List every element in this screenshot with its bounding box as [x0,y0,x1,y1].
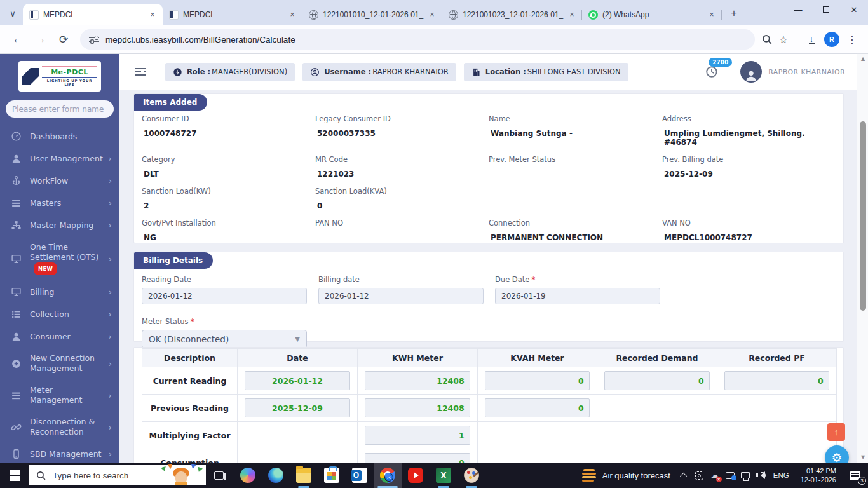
due-date-input[interactable]: 2026-01-19 [495,288,660,304]
chrome-profile-badge: R [384,473,393,482]
onedrive-error-icon[interactable]: ☁✕ [707,463,722,488]
toolbar-actions: ☆ ↓ R ⋮ [760,30,862,49]
back-button[interactable]: ← [8,30,27,49]
listol-icon [11,309,22,320]
kwh-input[interactable]: 0 [365,453,470,463]
copilot-taskbar-button[interactable] [234,463,262,488]
taskbar-clock[interactable]: 01:42 PM 12-01-2026 [794,466,843,484]
user-avatar[interactable] [740,61,762,83]
meter-status-select[interactable]: OK (Disconnected) ▼ [142,330,307,348]
app-logo[interactable]: Me-PDCL LIGHTING UP YOUR LIFE [18,61,101,92]
date-input[interactable]: 2026-01-12 [245,371,349,390]
reload-button[interactable]: ⟳ [54,30,73,49]
pf-cell: 0 [717,367,837,395]
scrollbar-down-arrow[interactable]: ▼ [857,452,868,463]
network-icon[interactable] [738,463,753,488]
tab-close-icon[interactable]: × [567,10,577,20]
excel-taskbar-button[interactable] [430,463,458,488]
sidebar-item-masters[interactable]: Masters › [0,192,119,214]
outlook-icon [352,468,367,483]
bookmark-star-icon[interactable]: ☆ [774,30,793,49]
screen-clip-icon[interactable] [692,463,707,488]
sidebar-item-disconnection-reconnection[interactable]: Disconnection & Reconnection › [0,411,119,443]
browser-tab[interactable]: (2) WhatsApp × [582,4,722,25]
field-value [489,193,662,201]
window-close-button[interactable]: ✕ [840,0,868,19]
tab-close-icon[interactable]: × [707,10,717,20]
tab-close-icon[interactable]: × [147,10,158,20]
edge-taskbar-button[interactable] [262,463,290,488]
zoom-search-icon[interactable] [761,34,773,45]
browser-menu-icon[interactable]: ⋮ [843,30,862,49]
tab-close-icon[interactable]: × [287,10,297,20]
kwh-input[interactable]: 12408 [365,398,470,417]
tabs-container: MEPDCL × MEPDCL × 1221001010_12-01-2026 … [23,4,722,25]
sidebar-item-billing[interactable]: Billing › [0,281,119,303]
window-minimize-button[interactable]: — [784,0,812,19]
browser-tab[interactable]: 1221001010_12-01-2026 01_ × [302,4,442,25]
forward-button[interactable]: → [31,30,50,49]
demand-input[interactable]: 0 [604,371,709,390]
date-input[interactable]: 2025-12-09 [245,398,349,417]
window-maximize-button[interactable] [812,0,840,19]
kwh-input[interactable]: 12408 [365,371,470,390]
chrome-taskbar-button[interactable]: R [374,463,402,488]
history-clock-icon[interactable] [705,65,719,79]
sidebar-search[interactable] [6,100,114,118]
new-tab-button[interactable]: + [726,5,742,22]
sidebar-item-workflow[interactable]: WorkFlow › [0,170,119,192]
sidebar-search-input[interactable] [12,105,107,114]
scroll-to-top-button[interactable]: ↑ [827,423,845,441]
display-cast-icon[interactable] [722,463,738,488]
scrollbar-thumb[interactable] [860,121,866,311]
taskbar-weather-widget[interactable]: Air quality forecast [576,469,677,482]
field-label: VAN NO [662,219,836,227]
site-settings-icon[interactable] [89,35,99,44]
kvah-input[interactable]: 0 [485,371,590,390]
settings-gear-button[interactable]: ⚙ [825,445,849,463]
sidebar-item-collection[interactable]: Collection › [0,303,119,325]
taskbar-search[interactable]: Type here to search [29,465,206,485]
sidebar-item-user-management[interactable]: User Management › [0,147,119,170]
anchor-icon [11,175,22,186]
volume-icon[interactable] [753,463,768,488]
logo-mark-icon [22,68,39,85]
page-scrollbar[interactable]: ▲ ▼ [857,54,868,463]
tab-search-chevron-icon[interactable]: ∨ [4,4,22,22]
sidebar-item-new-connection-management[interactable]: New Connection Management › [0,348,119,379]
reading-date-input[interactable]: 2026-01-12 [142,288,307,304]
downloads-icon[interactable]: ↓ [802,30,821,49]
pf-cell [717,422,837,449]
billing-date-label: Billing date [318,275,484,284]
scrollbar-up-arrow[interactable]: ▲ [857,54,868,64]
language-indicator[interactable]: ENG [768,471,794,479]
sidebar-item-consumer[interactable]: Consumer › [0,325,119,348]
sidebar-item-one-time-settlement-ots[interactable]: One Time Settlement (OTS)NEW › [0,236,119,281]
paint-taskbar-button[interactable] [458,463,485,488]
tray-expand-button[interactable] [677,463,692,488]
address-bar[interactable]: mepdcl.ubs.ieasybill.com/BillGeneration/… [80,29,755,50]
notification-center-button[interactable]: 3 [843,463,868,488]
start-button[interactable] [0,463,29,488]
store-taskbar-button[interactable] [318,463,346,488]
hamburger-menu-icon[interactable] [135,67,147,76]
sidebar-item-dashboards[interactable]: Dashboards [0,125,119,147]
pf-input[interactable]: 0 [724,371,829,390]
sidebar-item-sbd-management[interactable]: SBD Management › [0,443,119,463]
kvah-input[interactable]: 0 [485,398,590,417]
sidebar-item-master-mapping[interactable]: Master Mapping › [0,214,119,236]
youtube-taskbar-button[interactable] [402,463,430,488]
browser-tab[interactable]: 1221001023_12-01-2026 01_ × [442,4,582,25]
task-view-button[interactable] [206,463,231,488]
billing-date-input[interactable]: 2026-01-12 [318,288,484,304]
browser-tab[interactable]: MEPDCL × [163,4,302,25]
browser-profile-avatar[interactable]: R [822,30,841,49]
outlook-taskbar-button[interactable] [346,463,374,488]
browser-tab[interactable]: MEPDCL × [23,4,163,25]
kwh-input[interactable]: 1 [365,426,470,445]
info-field: Prev. Billing date 2025-12-09 [662,155,836,179]
tab-close-icon[interactable]: × [427,10,437,20]
explorer-taskbar-button[interactable] [290,463,318,488]
session-timer[interactable]: 2700 [705,65,719,79]
sidebar-item-meter-management[interactable]: Meter Management › [0,379,119,411]
